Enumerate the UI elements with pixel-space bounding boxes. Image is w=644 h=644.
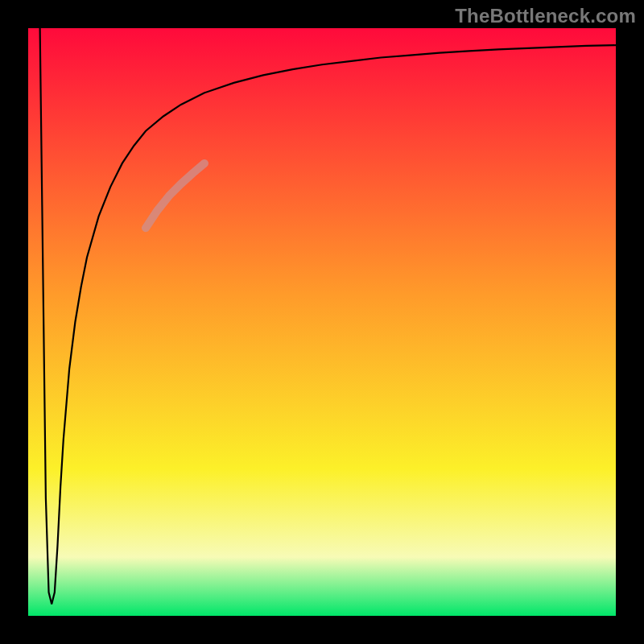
gradient-background	[28, 28, 616, 616]
chart-container: TheBottleneck.com	[0, 0, 644, 644]
plot-area	[28, 28, 616, 616]
watermark-text: TheBottleneck.com	[455, 5, 636, 27]
chart-svg	[28, 28, 616, 616]
